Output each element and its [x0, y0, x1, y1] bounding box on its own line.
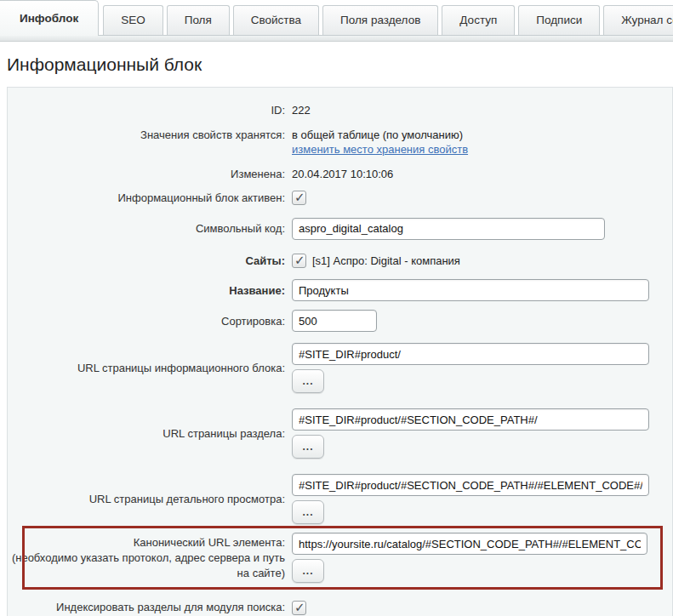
canonical-note: (необходимо указать протокол, адрес серв… [8, 550, 285, 580]
sites-row: Сайты: [s1] Аспро: Digital - компания [8, 254, 672, 269]
canonical-url-row: Канонический URL элемента: (необходимо у… [8, 526, 672, 590]
storage-value: в общей таблице (по умолчанию) [292, 128, 468, 143]
index-sections-checkbox[interactable] [292, 601, 306, 615]
detail-url-label: URL страницы детального просмотра: [8, 492, 292, 507]
storage-label: Значения свойств хранятся: [8, 128, 292, 143]
section-url-input[interactable] [292, 408, 649, 431]
sites-checkbox[interactable] [292, 254, 306, 268]
detail-url-row: URL страницы детального просмотра: ... [8, 474, 672, 524]
sort-label: Сортировка: [8, 314, 292, 329]
name-input[interactable] [292, 279, 649, 301]
sort-input[interactable] [292, 310, 377, 332]
storage-row: Значения свойств хранятся: в общей табли… [8, 128, 672, 157]
detail-url-browse-button[interactable]: ... [292, 500, 324, 524]
tab-signatures[interactable]: Подписи [518, 5, 600, 35]
tab-seo[interactable]: SEO [103, 5, 163, 35]
tab-fields[interactable]: Поля [167, 5, 230, 35]
list-url-row: URL страницы информационного блока: ... [8, 343, 672, 393]
detail-url-input[interactable] [292, 474, 649, 496]
canonical-url-input[interactable] [292, 533, 647, 555]
code-label: Символьный код: [8, 221, 292, 237]
section-url-row: URL страницы раздела: ... [8, 408, 672, 459]
infoblock-form-panel: ID: 222 Значения свойств хранятся: в общ… [7, 87, 673, 616]
id-label: ID: [8, 103, 292, 118]
symbolic-code-input[interactable] [292, 218, 605, 240]
modified-value: 20.04.2017 10:10:06 [292, 167, 393, 182]
canonical-label: Канонический URL элемента: [8, 535, 285, 550]
sites-label: Сайты: [8, 254, 292, 269]
tab-bar: Инфоблок SEO Поля Свойства Поля разделов… [0, 0, 673, 35]
name-label: Название: [8, 283, 292, 299]
tab-properties[interactable]: Свойства [233, 5, 319, 35]
index-sections-label: Индексировать разделы для модуля поиска: [8, 600, 292, 615]
tab-strip-divider [0, 35, 673, 42]
tab-section-fields[interactable]: Поля разделов [322, 5, 438, 35]
active-label: Информационный блок активен: [8, 191, 292, 206]
storage-change-link[interactable]: изменить место хранения свойств [292, 143, 468, 156]
id-row: ID: 222 [8, 103, 672, 118]
sort-row: Сортировка: [8, 310, 672, 332]
list-url-browse-button[interactable]: ... [292, 369, 324, 393]
modified-label: Изменена: [8, 167, 292, 182]
active-checkbox[interactable] [292, 191, 306, 205]
section-url-label: URL страницы раздела: [8, 426, 292, 442]
code-row: Символьный код: [8, 218, 672, 240]
active-row: Информационный блок активен: [8, 191, 672, 206]
page-title: Информационный блок [7, 54, 666, 75]
list-url-input[interactable] [292, 343, 649, 365]
tab-event-log[interactable]: Журнал событий [603, 5, 673, 35]
name-row: Название: [8, 279, 672, 301]
tab-infoblock[interactable]: Инфоблок [0, 0, 99, 36]
list-url-label: URL страницы информационного блока: [8, 361, 292, 376]
modified-row: Изменена: 20.04.2017 10:10:06 [8, 167, 672, 182]
sites-value: [s1] Аспро: Digital - компания [312, 254, 460, 269]
id-value: 222 [292, 103, 311, 118]
section-url-browse-button[interactable]: ... [292, 435, 324, 459]
tab-access[interactable]: Доступ [442, 5, 515, 35]
canonical-url-browse-button[interactable]: ... [292, 559, 324, 583]
index-sections-row: Индексировать разделы для модуля поиска: [8, 600, 672, 615]
